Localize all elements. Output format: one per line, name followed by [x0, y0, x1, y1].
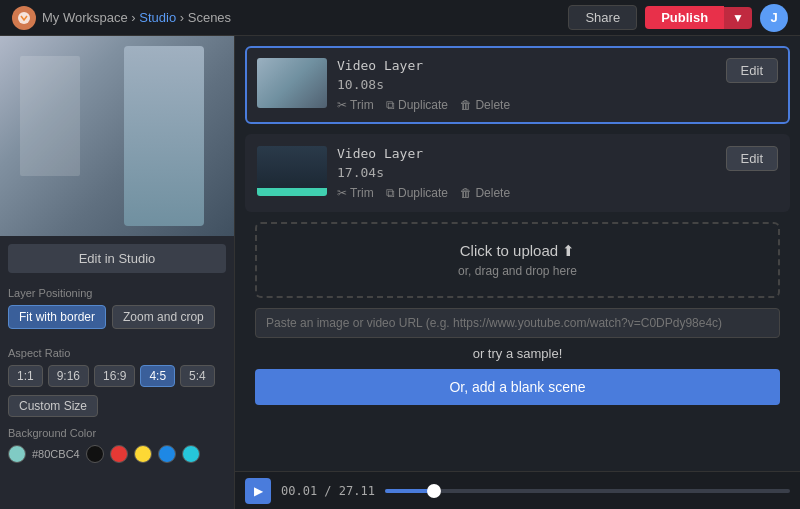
color-swatch-red[interactable] — [110, 445, 128, 463]
scene-duration-1: 10.08s — [337, 77, 716, 92]
current-time: 00.01 — [281, 484, 317, 498]
right-panel: Video Layer 10.08s ✂ Trim ⧉ Duplicate 🗑 … — [235, 36, 800, 509]
avatar[interactable]: J — [760, 4, 788, 32]
scene-thumbnail-2 — [257, 146, 327, 196]
edit-scene-button-2[interactable]: Edit — [726, 146, 778, 171]
time-separator: / — [317, 484, 339, 498]
duplicate-button-1[interactable]: ⧉ Duplicate — [386, 98, 448, 112]
scene-info-2: Video Layer 17.04s ✂ Trim ⧉ Duplicate 🗑 … — [337, 146, 716, 200]
publish-button[interactable]: Publish — [645, 6, 724, 29]
left-panel: Edit in Studio Layer Positioning Fit wit… — [0, 36, 235, 509]
color-swatch-teal[interactable] — [8, 445, 26, 463]
url-input[interactable] — [255, 308, 780, 338]
svg-point-0 — [18, 12, 30, 24]
ratio-9-16[interactable]: 9:16 — [48, 365, 89, 387]
upload-area[interactable]: Click to upload ⬆ or, drag and drop here — [255, 222, 780, 298]
scene-card-1-top: Video Layer 10.08s ✂ Trim ⧉ Duplicate 🗑 … — [257, 58, 778, 112]
share-button[interactable]: Share — [568, 5, 637, 30]
color-swatch-blue[interactable] — [158, 445, 176, 463]
ratio-1-1[interactable]: 1:1 — [8, 365, 43, 387]
scene-card-2: Video Layer 17.04s ✂ Trim ⧉ Duplicate 🗑 … — [245, 134, 790, 212]
preview-area — [0, 36, 234, 236]
time-display: 00.01 / 27.11 — [281, 484, 375, 498]
timeline-thumb[interactable] — [427, 484, 441, 498]
scene-actions-1: ✂ Trim ⧉ Duplicate 🗑 Delete — [337, 98, 716, 112]
publish-group: Publish ▼ — [645, 6, 752, 29]
custom-size-button[interactable]: Custom Size — [8, 395, 98, 417]
delete-button-1[interactable]: 🗑 Delete — [460, 98, 510, 112]
color-swatch-yellow[interactable] — [134, 445, 152, 463]
scene-duration-2: 17.04s — [337, 165, 716, 180]
zoom-and-crop-button[interactable]: Zoom and crop — [112, 305, 215, 329]
scene-info-1: Video Layer 10.08s ✂ Trim ⧉ Duplicate 🗑 … — [337, 58, 716, 112]
upload-icon: ⬆ — [562, 242, 575, 259]
edit-scene-button-1[interactable]: Edit — [726, 58, 778, 83]
delete-button-2[interactable]: 🗑 Delete — [460, 186, 510, 200]
color-hex-label: #80CBC4 — [32, 448, 80, 460]
preview-canvas — [0, 36, 234, 236]
breadcrumb-workspace: My Workspace — [42, 10, 128, 25]
background-color-section: Background Color #80CBC4 — [0, 421, 234, 467]
play-button[interactable]: ▶ — [245, 478, 271, 504]
click-to-upload-label: Click to upload — [460, 242, 558, 259]
header-right: Share Publish ▼ J — [568, 4, 788, 32]
timeline-bar: ▶ 00.01 / 27.11 — [235, 471, 800, 509]
color-swatch-cyan[interactable] — [182, 445, 200, 463]
add-blank-scene-button[interactable]: Or, add a blank scene — [255, 369, 780, 405]
header-left: My Workspace › Studio › Scenes — [12, 6, 231, 30]
publish-dropdown-button[interactable]: ▼ — [724, 7, 752, 29]
ratio-4-5[interactable]: 4:5 — [140, 365, 175, 387]
aspect-ratio-buttons: 1:1 9:16 16:9 4:5 5:4 — [8, 365, 226, 387]
main-layout: Edit in Studio Layer Positioning Fit wit… — [0, 36, 800, 509]
or-sample-label: or try a sample! — [473, 346, 563, 361]
aspect-ratio-label: Aspect Ratio — [8, 347, 226, 359]
ratio-5-4[interactable]: 5:4 — [180, 365, 215, 387]
scene-thumbnail-1 — [257, 58, 327, 108]
scene-card-2-top: Video Layer 17.04s ✂ Trim ⧉ Duplicate 🗑 … — [257, 146, 778, 200]
scene-thumb-image-1 — [257, 58, 327, 108]
total-time: 27.11 — [339, 484, 375, 498]
scene-actions-2: ✂ Trim ⧉ Duplicate 🗑 Delete — [337, 186, 716, 200]
duplicate-button-2[interactable]: ⧉ Duplicate — [386, 186, 448, 200]
fit-with-border-button[interactable]: Fit with border — [8, 305, 106, 329]
layer-positioning-label: Layer Positioning — [8, 287, 226, 299]
color-swatches-row: #80CBC4 — [8, 445, 226, 463]
trim-button-1[interactable]: ✂ Trim — [337, 98, 374, 112]
scene-title-1: Video Layer — [337, 58, 716, 73]
breadcrumb: My Workspace › Studio › Scenes — [42, 10, 231, 25]
layer-positioning-section: Layer Positioning Fit with border Zoom a… — [0, 281, 234, 341]
color-swatch-black[interactable] — [86, 445, 104, 463]
header: My Workspace › Studio › Scenes Share Pub… — [0, 0, 800, 36]
breadcrumb-sep2: › — [176, 10, 188, 25]
scene-card-1: Video Layer 10.08s ✂ Trim ⧉ Duplicate 🗑 … — [245, 46, 790, 124]
upload-subtitle: or, drag and drop here — [275, 264, 760, 278]
trim-button-2[interactable]: ✂ Trim — [337, 186, 374, 200]
url-input-row — [255, 308, 780, 338]
background-color-label: Background Color — [8, 427, 226, 439]
breadcrumb-scenes: Scenes — [188, 10, 231, 25]
scene-title-2: Video Layer — [337, 146, 716, 161]
logo-icon — [12, 6, 36, 30]
positioning-btn-group: Fit with border Zoom and crop — [8, 305, 226, 329]
breadcrumb-sep1: › — [128, 10, 140, 25]
scenes-list: Video Layer 10.08s ✂ Trim ⧉ Duplicate 🗑 … — [235, 36, 800, 471]
upload-title: Click to upload ⬆ — [275, 242, 760, 260]
breadcrumb-studio[interactable]: Studio — [139, 10, 176, 25]
or-sample-row: or try a sample! — [245, 346, 790, 361]
edit-in-studio-button[interactable]: Edit in Studio — [8, 244, 226, 273]
timeline-track[interactable] — [385, 489, 790, 493]
ratio-16-9[interactable]: 16:9 — [94, 365, 135, 387]
scene-thumb-bar-2 — [257, 188, 327, 196]
aspect-ratio-section: Aspect Ratio 1:1 9:16 16:9 4:5 5:4 Custo… — [0, 341, 234, 421]
